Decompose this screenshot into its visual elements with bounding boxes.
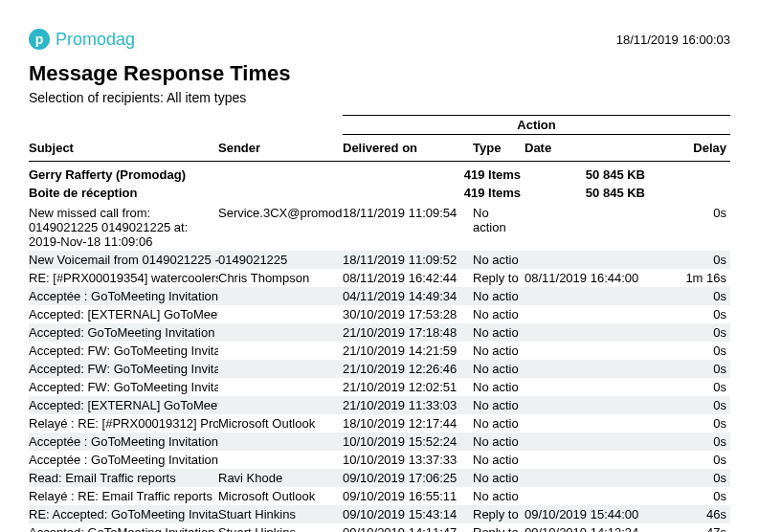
cell-subject: Accepted: [EXTERNAL] GoToMeeting Inv: [29, 396, 218, 414]
cell-date: [525, 342, 649, 360]
cell-type: Reply to: [473, 505, 525, 523]
brand-logo-text: Promodag: [56, 30, 135, 50]
cell-subject: Accepted: [EXTERNAL] GoToMeeting Inv: [29, 305, 218, 323]
table-row: Acceptée : GoToMeeting Invitation - [#PR…: [29, 287, 730, 305]
cell-date: [525, 378, 649, 396]
cell-delivered: 09/10/2019 15:43:14: [343, 505, 473, 523]
cell-delay: 46s: [649, 505, 730, 523]
group-size: 50 845 KB: [525, 162, 649, 185]
cell-sender: [218, 432, 343, 451]
cell-subject: Relayé : RE: Email Traffic reports: [29, 487, 218, 505]
cell-date: 08/11/2019 16:44:00: [525, 269, 649, 287]
cell-subject: Acceptée : GoToMeeting Invitation - [#PR: [29, 287, 218, 305]
cell-subject: New missed call from: 0149021225 0149021…: [29, 204, 218, 251]
cell-sender: [218, 378, 343, 396]
cell-subject: Accepted: FW: GoToMeeting Invitation - [: [29, 342, 218, 360]
cell-type: No actio: [473, 396, 525, 414]
table-row: Accepted: [EXTERNAL] GoToMeeting Inv30/1…: [29, 305, 730, 323]
cell-sender: [218, 451, 343, 469]
cell-sender: 0149021225: [218, 251, 343, 269]
table-row: Relayé : RE: Email Traffic reportsMicros…: [29, 487, 730, 505]
report-timestamp: 18/11/2019 16:00:03: [616, 33, 730, 47]
cell-sender: [218, 287, 343, 305]
table-row: New missed call from: 0149021225 0149021…: [29, 204, 730, 251]
cell-sender: Microsoft Outlook: [218, 487, 343, 505]
cell-type: No actio: [473, 487, 525, 505]
cell-date: [525, 251, 649, 269]
cell-type: No actio: [473, 251, 525, 269]
cell-delay: 0s: [649, 305, 730, 323]
cell-type: Reply to: [473, 523, 525, 532]
cell-delay: 0s: [649, 342, 730, 360]
cell-type: No actio: [473, 414, 525, 432]
cell-delay: 0s: [649, 414, 730, 432]
cell-delivered: 21/10/2019 17:18:48: [343, 323, 473, 342]
cell-subject: Read: Email Traffic reports: [29, 469, 218, 487]
brand-logo: p Promodag: [29, 29, 135, 50]
cell-type: No action: [473, 204, 525, 251]
cell-subject: New Voicemail from 0149021225 - 01490: [29, 251, 218, 269]
cell-date: [525, 305, 649, 323]
cell-delivered: 18/11/2019 11:09:52: [343, 251, 473, 269]
cell-delay: 0s: [649, 360, 730, 378]
cell-date: [525, 204, 649, 251]
cell-date: [525, 360, 649, 378]
table-row: RE: [#PRX00019354] watercoolersChris Tho…: [29, 269, 730, 287]
group-folder-name: Boite de réception: [29, 184, 343, 204]
cell-subject: RE: [#PRX00019354] watercoolers: [29, 269, 218, 287]
table-row: Accepted: [EXTERNAL] GoToMeeting Inv21/1…: [29, 396, 730, 414]
cell-subject: Acceptée : GoToMeeting Invitation - [#PR: [29, 432, 218, 451]
cell-delivered: 18/10/2019 12:17:44: [343, 414, 473, 432]
cell-date: [525, 414, 649, 432]
cell-type: No actio: [473, 287, 525, 305]
cell-subject: Accepted: FW: GoToMeeting Invitation - [: [29, 360, 218, 378]
table-row: Accepted: FW: GoToMeeting Invitation - […: [29, 378, 730, 396]
cell-delay: 47s: [649, 523, 730, 532]
cell-sender: Stuart Hinkins: [218, 523, 343, 532]
cell-date: [525, 396, 649, 414]
cell-delivered: 04/11/2019 14:49:34: [343, 287, 473, 305]
report-page: p Promodag 18/11/2019 16:00:03 Message R…: [0, 0, 759, 532]
group-name: Gerry Rafferty (Promodag): [29, 162, 343, 185]
cell-delay: 0s: [649, 287, 730, 305]
cell-sender: [218, 342, 343, 360]
header-type: Type: [473, 135, 525, 162]
header-date: Date: [525, 135, 649, 162]
header-row: p Promodag 18/11/2019 16:00:03: [29, 29, 730, 50]
cell-delay: 0s: [649, 451, 730, 469]
cell-delay: 0s: [649, 487, 730, 505]
report-subtitle: Selection of recipients: All item types: [29, 90, 730, 105]
group-items: 419 Items: [343, 162, 525, 185]
header-sender: Sender: [218, 135, 343, 162]
cell-type: No actio: [473, 323, 525, 342]
header-action: Action: [343, 116, 730, 135]
report-title: Message Response Times: [29, 61, 730, 86]
cell-delivered: 10/10/2019 15:52:24: [343, 432, 473, 451]
header-subject: Subject: [29, 135, 218, 162]
group-folder-size: 50 845 KB: [525, 184, 649, 204]
table-row: Accepted: FW: GoToMeeting Invitation - […: [29, 342, 730, 360]
cell-type: No actio: [473, 360, 525, 378]
cell-delay: 0s: [649, 323, 730, 342]
cell-type: No actio: [473, 432, 525, 451]
table-row: RE: Accepted: GoToMeeting Invitation - […: [29, 505, 730, 523]
cell-delivered: 09/10/2019 16:55:11: [343, 487, 473, 505]
cell-date: 09/10/2019 14:12:34: [525, 523, 649, 532]
cell-subject: Relayé : RE: [#PRX00019312] Promodag: [29, 414, 218, 432]
table-header-section: Action: [29, 116, 730, 135]
cell-type: No actio: [473, 305, 525, 323]
header-delivered: Delivered on: [343, 135, 473, 162]
cell-date: [525, 469, 649, 487]
cell-type: No actio: [473, 378, 525, 396]
group-folder-items: 419 Items: [343, 184, 525, 204]
cell-delivered: 10/10/2019 13:37:33: [343, 451, 473, 469]
table-row: Acceptée : GoToMeeting Invitation - [#PR…: [29, 451, 730, 469]
cell-delivered: 08/11/2019 16:42:44: [343, 269, 473, 287]
table-header-cols: Subject Sender Delivered on Type Date De…: [29, 135, 730, 162]
cell-sender: Stuart Hinkins: [218, 505, 343, 523]
table-row: Accepted: FW: GoToMeeting Invitation - […: [29, 360, 730, 378]
cell-date: 09/10/2019 15:44:00: [525, 505, 649, 523]
cell-date: [525, 323, 649, 342]
cell-delay: 0s: [649, 432, 730, 451]
table-row: Acceptée : GoToMeeting Invitation - [#PR…: [29, 432, 730, 451]
